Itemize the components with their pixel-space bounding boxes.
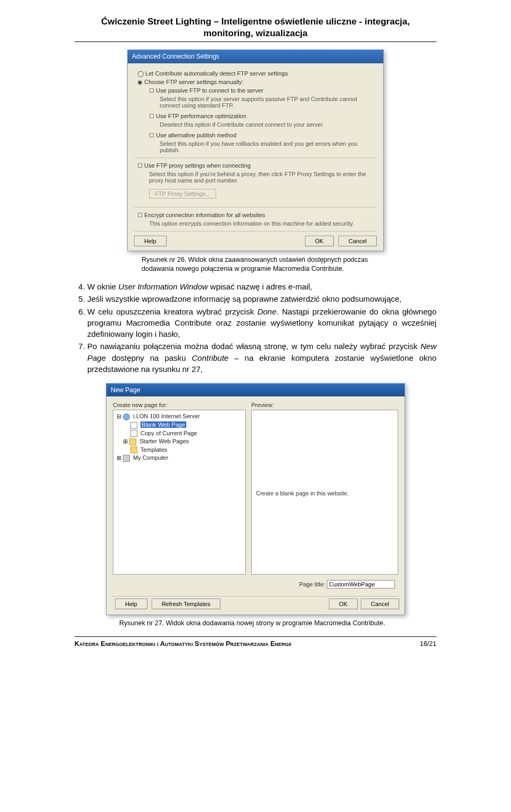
radio-manual[interactable]: ◉ Choose FTP server settings manually: <box>137 79 377 86</box>
tree-root-server[interactable]: ⊟ i.LON 100 Internet Server <box>117 412 243 421</box>
ok-button-2[interactable]: OK <box>329 599 358 609</box>
refresh-templates-button[interactable]: Refresh Templates <box>152 599 221 609</box>
instruction-list: W oknie User Information Window wpisać n… <box>75 281 436 375</box>
page-header: Ćwiczenie Street Lighting – Inteligentne… <box>75 16 436 39</box>
help-button-2[interactable]: Help <box>115 599 147 609</box>
list-item-4: W oknie User Information Window wpisać n… <box>87 281 436 292</box>
new-page-dialog: New Page Create new page for: Preview: ⊟… <box>106 383 405 615</box>
checkbox-passive-ftp-label: Use passive FTP to connect to the server <box>156 87 263 94</box>
user-info-window-term: User Information Window <box>118 282 208 291</box>
desc-passive-ftp: Select this option if your server suppor… <box>160 96 377 109</box>
tree-blank-page[interactable]: Blank Web Page <box>130 421 243 429</box>
checkbox-perf-opt-label: Use FTP performance optimization <box>156 113 246 119</box>
source-tree[interactable]: ⊟ i.LON 100 Internet Server Blank Web Pa… <box>113 410 246 575</box>
dialog2-titlebar: New Page <box>106 384 405 396</box>
doc-title-line2: monitoring, wizualizacja <box>75 28 436 39</box>
cancel-button-2[interactable]: Cancel <box>361 599 399 609</box>
checkbox-passive-ftp[interactable]: ☐ Use passive FTP to connect to the serv… <box>149 87 377 94</box>
list-item-5: Jeśli wszystkie wprowadzone informację s… <box>87 293 436 304</box>
preview-label: Preview: <box>251 402 398 408</box>
figure26-caption-line2: dodawania nowego połączenia w programie … <box>142 265 344 272</box>
desc-encrypt: This option encrypts connection informat… <box>149 220 377 227</box>
checkbox-proxy[interactable]: ☐ Use FTP proxy settings when connecting <box>137 162 377 169</box>
checkbox-alt-publish[interactable]: ☐ Use alternative publish method <box>149 132 377 139</box>
preview-pane: Create a blank page in this website. <box>251 410 398 575</box>
checkbox-alt-publish-label: Use alternative publish method <box>156 132 236 138</box>
radio-auto-detect-label: Let Contribute automatically detect FTP … <box>145 70 288 77</box>
contribute-term: Contribute <box>192 353 228 362</box>
folder-icon <box>130 446 137 453</box>
computer-icon <box>123 455 130 462</box>
list-item-6: W celu opuszczenia kreatora wybrać przyc… <box>87 306 436 340</box>
desc-proxy: Select this option if you're behind a pr… <box>149 171 377 184</box>
page-title-input[interactable] <box>327 580 395 589</box>
dialog-titlebar: Advanced Connection Settings <box>128 50 383 63</box>
figure27-caption: Rysunek nr 27. Widok okna dodawania nowe… <box>119 619 436 627</box>
create-for-label: Create new page for: <box>113 402 246 408</box>
cancel-button[interactable]: Cancel <box>339 236 377 246</box>
radio-auto-detect[interactable]: ◯ Let Contribute automatically detect FT… <box>137 70 377 77</box>
desc-perf-opt: Deselect this option if Contribute canno… <box>160 121 377 128</box>
tree-starter-pages[interactable]: ⊞ Starter Web Pages <box>123 437 243 446</box>
tree-my-computer[interactable]: ⊞ My Computer <box>117 454 243 462</box>
figure26-caption-line1: Rysunek nr 26. Widok okna zaawansowanych… <box>142 256 368 263</box>
page-title-label: Page title: <box>299 581 325 587</box>
help-button[interactable]: Help <box>134 236 167 246</box>
folder-icon <box>129 438 136 445</box>
ok-button[interactable]: OK <box>305 236 334 246</box>
preview-message: Create a blank page in this website. <box>256 490 349 496</box>
tree-copy-current[interactable]: Copy of Current Page <box>130 429 243 438</box>
page-number: 16/21 <box>420 640 436 648</box>
checkbox-proxy-label: Use FTP proxy settings when connecting <box>144 162 251 169</box>
desc-alt-publish: Select this option if you have rollbacks… <box>160 140 377 153</box>
ftp-proxy-settings-button: FTP Proxy Settings... <box>149 189 216 198</box>
footer-institution: Katedra Energoelektroniki i Automatyki S… <box>75 640 291 648</box>
radio-manual-label: Choose FTP server settings manually: <box>144 79 243 85</box>
advanced-connection-dialog: Advanced Connection Settings ◯ Let Contr… <box>127 49 384 251</box>
header-rule <box>75 42 436 42</box>
doc-title-line1: Ćwiczenie Street Lighting – Inteligentne… <box>75 16 436 28</box>
list-item-7: Po nawiązaniu połączenia można dodać wła… <box>87 341 436 375</box>
checkbox-encrypt[interactable]: ☐ Encrypt connection information for all… <box>137 212 377 219</box>
page-icon <box>130 422 137 429</box>
done-term: Done <box>257 307 276 316</box>
checkbox-perf-opt[interactable]: ☐ Use FTP performance optimization <box>149 113 377 120</box>
checkbox-encrypt-label: Encrypt connection information for all w… <box>144 212 265 218</box>
page-icon <box>130 430 137 437</box>
tree-templates[interactable]: Templates <box>130 446 243 454</box>
globe-icon <box>123 413 130 420</box>
